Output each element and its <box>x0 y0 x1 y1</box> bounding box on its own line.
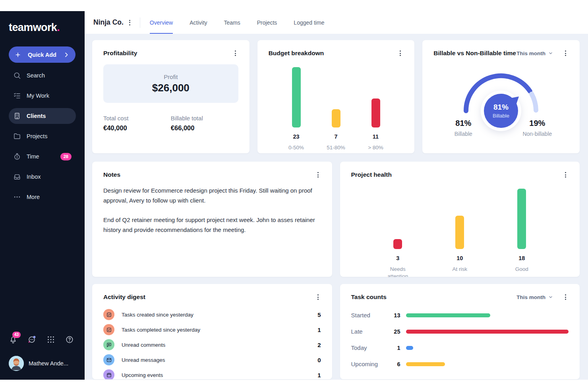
tab-overview[interactable]: Overview <box>150 11 173 34</box>
task-row-track <box>406 346 569 350</box>
billable-time-card: Billable vs Non-Billable time This month… <box>422 40 580 153</box>
notes-card: Notes Design review for Ecommerce redesi… <box>92 162 332 277</box>
gauge-bubble-label: Billable <box>493 113 509 119</box>
task-row-value: 1 <box>389 345 400 351</box>
bar[interactable] <box>292 67 301 127</box>
gauge-bubble-value: 81% <box>493 103 509 111</box>
bar-group: 751-80% <box>322 67 350 151</box>
notifications-badge: 43 <box>12 332 21 338</box>
billable-gauge: 81% Billable 81% Billable 19% Non-billab… <box>433 68 569 151</box>
note-paragraph: Design review for Ecommerce redesign pro… <box>103 185 321 205</box>
task-row-label: Upcoming <box>351 361 389 367</box>
task-row-bar[interactable] <box>406 313 491 317</box>
task-row-label: Late <box>351 328 389 335</box>
client-kebab-menu-icon[interactable] <box>127 18 133 27</box>
apps-grid-icon[interactable] <box>46 335 55 344</box>
billable-stat: 81% Billable <box>439 119 487 137</box>
non-billable-percent: 19% <box>513 119 561 128</box>
non-billable-label: Non-billable <box>513 131 561 137</box>
activity-digest-list: Tasks created since yesterday5Tasks comp… <box>103 307 321 379</box>
bar[interactable] <box>332 109 340 127</box>
profit-summary: Profit $26,000 <box>103 64 238 103</box>
tab-logged-time[interactable]: Logged time <box>294 11 324 34</box>
inbox-icon <box>13 173 21 181</box>
bar-value: 18 <box>518 255 525 261</box>
billable-percent: 81% <box>439 119 487 128</box>
total-cost-value: €40,000 <box>103 124 171 132</box>
notes-text: Design review for Ecommerce redesign pro… <box>103 185 321 235</box>
quick-add-label: Quick Add <box>28 52 56 58</box>
stopwatch-icon <box>13 153 21 160</box>
topbar: Ninja Co. OverviewActivityTeamsProjectsL… <box>85 11 588 34</box>
task-counts-chart: Started13Late25Today1Upcoming6 <box>351 307 569 372</box>
digest-value: 1 <box>317 372 321 378</box>
gauge-arc-non-billable <box>532 94 536 110</box>
app-window: teamwork. Quick Add SearchMy WorkClients… <box>0 11 588 380</box>
digest-row[interactable]: Tasks completed since yesterday1 <box>103 322 321 337</box>
bar-group: 3Needs attention <box>376 189 420 277</box>
bar[interactable] <box>455 216 464 249</box>
task-counts-card: Task counts This month Started13Late25To… <box>340 284 580 379</box>
sidebar-item-inbox[interactable]: Inbox <box>9 169 76 185</box>
task-row-value: 6 <box>389 361 400 367</box>
digest-value: 1 <box>317 326 321 333</box>
sidebar-nav: SearchMy WorkClientsProjectsTime28InboxM… <box>0 68 85 205</box>
task-row-bar[interactable] <box>406 362 445 366</box>
sidebar-item-my-work[interactable]: My Work <box>9 88 76 104</box>
tab-activity[interactable]: Activity <box>190 11 207 34</box>
digest-label: Unread comments <box>122 342 317 348</box>
digest-value: 0 <box>317 357 321 363</box>
sidebar-utility-icons: 43 <box>9 335 74 344</box>
sidebar-item-search[interactable]: Search <box>9 68 76 83</box>
digest-row[interactable]: Upcoming events1 <box>103 367 321 379</box>
sidebar-item-time[interactable]: Time28 <box>9 149 76 164</box>
tab-projects[interactable]: Projects <box>257 11 277 34</box>
bar-label: > 80% <box>368 144 383 151</box>
sidebar-item-label: Search <box>27 72 45 79</box>
card-kebab-menu-icon[interactable] <box>563 49 569 58</box>
folder-icon <box>13 132 21 140</box>
sidebar-item-projects[interactable]: Projects <box>9 128 76 144</box>
digest-value: 2 <box>317 342 321 348</box>
user-profile[interactable]: Mathew Ande... <box>9 356 76 371</box>
card-kebab-menu-icon[interactable] <box>315 293 321 301</box>
task-row-value: 13 <box>389 312 400 319</box>
task-row-bar[interactable] <box>406 346 413 350</box>
period-selector[interactable]: This month <box>516 50 553 56</box>
bar-label: 51-80% <box>327 144 345 151</box>
digest-row[interactable]: Unread messages0 <box>103 352 321 367</box>
bar-label: Good <box>515 266 528 273</box>
bell-icon[interactable]: 43 <box>9 335 17 344</box>
card-kebab-menu-icon[interactable] <box>563 293 569 301</box>
logo-text: teamwork <box>9 21 57 33</box>
digest-row[interactable]: Tasks created since yesterday5 <box>103 307 321 322</box>
card-kebab-menu-icon[interactable] <box>232 49 238 58</box>
profit-label: Profit <box>164 73 178 80</box>
sidebar-item-more[interactable]: More <box>9 189 76 205</box>
period-label: This month <box>516 294 545 300</box>
chevron-down-icon <box>548 295 553 299</box>
bar-value: 23 <box>293 133 299 140</box>
card-kebab-menu-icon[interactable] <box>315 170 321 179</box>
project-health-card: Project health 3Needs attention10At risk… <box>340 162 580 277</box>
task-row-bar[interactable] <box>406 330 569 334</box>
tab-teams[interactable]: Teams <box>224 11 240 34</box>
sidebar: teamwork. Quick Add SearchMy WorkClients… <box>0 11 85 380</box>
sidebar-item-clients[interactable]: Clients <box>9 108 76 124</box>
help-icon[interactable] <box>65 335 74 344</box>
task-row-track <box>406 330 569 334</box>
card-kebab-menu-icon[interactable] <box>397 49 403 58</box>
comment-icon <box>103 339 114 350</box>
period-selector[interactable]: This month <box>516 294 553 300</box>
quick-add-button[interactable]: Quick Add <box>9 46 75 63</box>
project-health-chart: 3Needs attention10At risk18Good <box>351 189 569 277</box>
bar[interactable] <box>393 239 402 249</box>
bar[interactable] <box>517 189 526 249</box>
card-kebab-menu-icon[interactable] <box>563 170 569 179</box>
bar[interactable] <box>371 98 380 127</box>
bar-value: 3 <box>396 255 399 261</box>
digest-row[interactable]: Unread comments2 <box>103 337 321 352</box>
task-row-track <box>406 313 569 317</box>
chat-switcher-icon[interactable] <box>27 335 36 344</box>
bar-value: 10 <box>456 255 463 261</box>
